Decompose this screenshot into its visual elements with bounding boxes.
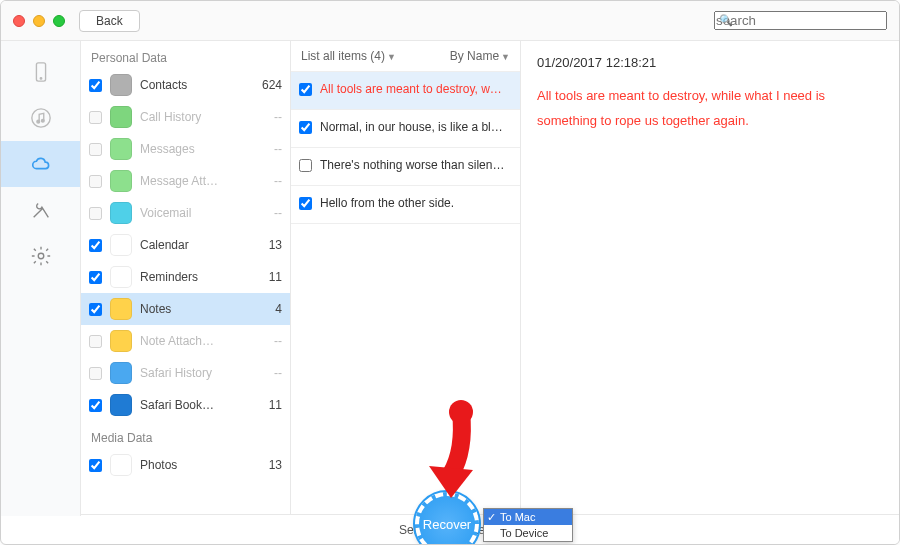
menu-item-to-device[interactable]: To Device [484, 525, 572, 541]
category-label: Note Attach… [140, 334, 252, 348]
music-icon [30, 107, 52, 129]
category-checkbox[interactable] [89, 207, 102, 220]
zoom-icon[interactable] [53, 15, 65, 27]
app-icon [110, 298, 132, 320]
search-field[interactable]: 🔍 [714, 11, 887, 30]
category-label: Photos [140, 458, 252, 472]
sidebar-item-icloud[interactable] [1, 141, 80, 187]
category-checkbox[interactable] [89, 143, 102, 156]
detail-datetime: 01/20/2017 12:18:21 [537, 55, 883, 70]
note-checkbox[interactable] [299, 83, 312, 96]
section-header: Personal Data [81, 41, 290, 69]
note-row[interactable]: Normal, in our house, is like a bl… [291, 110, 520, 148]
note-preview: There's nothing worse than silen… [320, 158, 512, 172]
category-label: Message Att… [140, 174, 252, 188]
category-checkbox[interactable] [89, 367, 102, 380]
search-input[interactable] [714, 11, 887, 30]
category-checkbox[interactable] [89, 399, 102, 412]
category-row[interactable]: Call History-- [81, 101, 290, 133]
note-row[interactable]: There's nothing worse than silen… [291, 148, 520, 186]
note-checkbox[interactable] [299, 121, 312, 134]
svg-point-4 [41, 119, 44, 122]
svg-point-5 [38, 253, 44, 259]
category-row[interactable]: Message Att…-- [81, 165, 290, 197]
traffic-lights [13, 15, 65, 27]
category-count: -- [252, 366, 282, 380]
category-count: 4 [252, 302, 282, 316]
app-icon [110, 138, 132, 160]
note-checkbox[interactable] [299, 197, 312, 210]
note-row[interactable]: Hello from the other side. [291, 186, 520, 224]
category-checkbox[interactable] [89, 271, 102, 284]
category-label: Call History [140, 110, 252, 124]
category-checkbox[interactable] [89, 175, 102, 188]
note-checkbox[interactable] [299, 159, 312, 172]
item-list-header: List all items (4)▼ By Name▼ [291, 41, 520, 72]
category-count: -- [252, 334, 282, 348]
category-row[interactable]: Contacts624 [81, 69, 290, 101]
sidebar-item-itunes[interactable] [1, 95, 80, 141]
category-label: Voicemail [140, 206, 252, 220]
search-icon: 🔍 [719, 14, 733, 27]
sort-dropdown[interactable]: By Name▼ [450, 49, 510, 63]
category-row[interactable]: Note Attach…-- [81, 325, 290, 357]
main-body: Personal DataContacts624Call History--Me… [1, 41, 899, 516]
category-checkbox[interactable] [89, 303, 102, 316]
category-count: 13 [252, 458, 282, 472]
category-row[interactable]: Reminders11 [81, 261, 290, 293]
app-icon [110, 394, 132, 416]
category-checkbox[interactable] [89, 111, 102, 124]
gear-icon [30, 245, 52, 267]
note-row[interactable]: All tools are meant to destroy, w… [291, 72, 520, 110]
app-icon [110, 202, 132, 224]
minimize-icon[interactable] [33, 15, 45, 27]
category-row[interactable]: Photos13 [81, 449, 290, 481]
category-label: Notes [140, 302, 252, 316]
note-preview: Normal, in our house, is like a bl… [320, 120, 512, 134]
category-label: Reminders [140, 270, 252, 284]
close-icon[interactable] [13, 15, 25, 27]
detail-pane: 01/20/2017 12:18:21 All tools are meant … [521, 41, 899, 516]
svg-point-1 [40, 78, 41, 79]
section-header: Media Data [81, 421, 290, 449]
tools-icon [30, 199, 52, 221]
sidebar-item-settings[interactable] [1, 233, 80, 279]
category-label: Contacts [140, 78, 252, 92]
category-checkbox[interactable] [89, 335, 102, 348]
category-label: Calendar [140, 238, 252, 252]
category-checkbox[interactable] [89, 239, 102, 252]
cloud-icon [30, 153, 52, 175]
category-label: Messages [140, 142, 252, 156]
category-label: Safari Book… [140, 398, 252, 412]
category-count: 11 [252, 270, 282, 284]
app-icon [110, 170, 132, 192]
category-row[interactable]: Notes4 [81, 293, 290, 325]
back-button[interactable]: Back [79, 10, 140, 32]
category-row[interactable]: Safari History-- [81, 357, 290, 389]
chevron-down-icon: ▼ [387, 52, 396, 62]
note-preview: All tools are meant to destroy, w… [320, 82, 512, 96]
category-count: -- [252, 110, 282, 124]
list-filter-dropdown[interactable]: List all items (4)▼ [301, 49, 396, 63]
category-row[interactable]: Safari Book…11 [81, 389, 290, 421]
category-checkbox[interactable] [89, 459, 102, 472]
category-count: -- [252, 206, 282, 220]
category-count: 624 [252, 78, 282, 92]
category-row[interactable]: Calendar13 [81, 229, 290, 261]
category-row[interactable]: Voicemail-- [81, 197, 290, 229]
category-checkbox[interactable] [89, 79, 102, 92]
app-icon [110, 266, 132, 288]
menu-item-to-mac[interactable]: To Mac [484, 509, 572, 525]
chevron-down-icon: ▼ [501, 52, 510, 62]
main-sidebar [1, 41, 81, 516]
category-count: 13 [252, 238, 282, 252]
app-icon [110, 362, 132, 384]
category-count: -- [252, 142, 282, 156]
sidebar-item-device[interactable] [1, 49, 80, 95]
svg-point-3 [36, 120, 39, 123]
app-icon [110, 330, 132, 352]
item-list: List all items (4)▼ By Name▼ All tools a… [291, 41, 521, 516]
sidebar-item-tools[interactable] [1, 187, 80, 233]
category-row[interactable]: Messages-- [81, 133, 290, 165]
phone-icon [30, 61, 52, 83]
